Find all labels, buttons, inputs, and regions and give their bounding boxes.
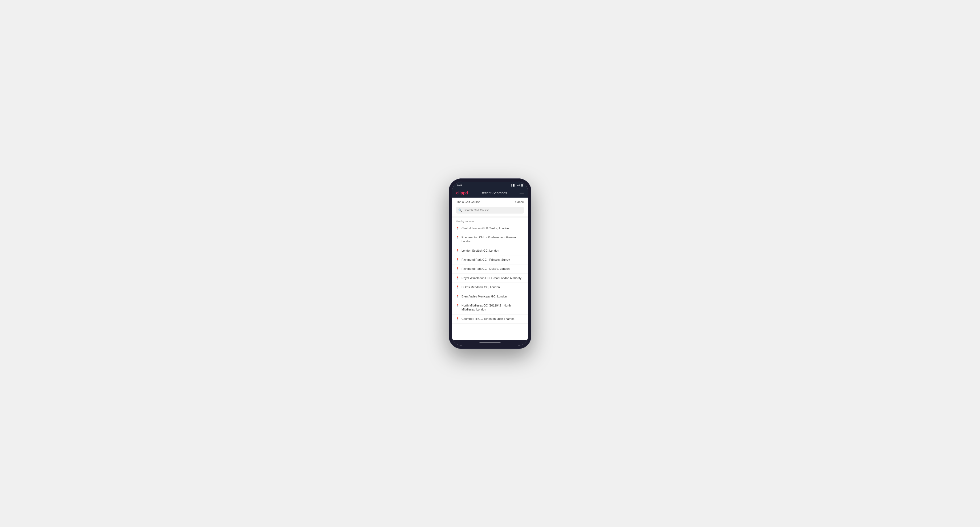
list-item[interactable]: 📍 Coombe Hill GC, Kingston upon Thames [452, 314, 528, 324]
find-label: Find a Golf Course [456, 200, 480, 203]
status-time: 9:41 [457, 184, 462, 187]
list-item[interactable]: 📍 Roehampton Club - Roehampton, Greater … [452, 233, 528, 246]
search-icon: 🔍 [458, 208, 462, 212]
pin-icon: 📍 [456, 304, 459, 307]
pin-icon: 📍 [456, 249, 459, 252]
course-name: Central London Golf Centre, London [461, 226, 509, 230]
course-name: Richmond Park GC - Duke's, London [461, 267, 510, 271]
nearby-label: Nearby courses [452, 218, 528, 224]
list-item[interactable]: 📍 Richmond Park GC - Prince's, Surrey [452, 256, 528, 264]
navbar-title: Recent Searches [480, 191, 507, 195]
battery-icon: ▓ [521, 184, 523, 186]
course-name: Richmond Park GC - Prince's, Surrey [461, 258, 510, 262]
search-bar[interactable]: 🔍 [456, 207, 524, 214]
app-logo: clippd [456, 190, 468, 195]
menu-button[interactable] [520, 192, 524, 194]
status-icons: ▌▌▌ wifi ▓ [512, 184, 523, 186]
pin-icon: 📍 [456, 227, 459, 230]
list-item[interactable]: 📍 Brent Valley Municipal GC, London [452, 292, 528, 301]
list-item[interactable]: 📍 Royal Wimbledon GC, Great London Autho… [452, 274, 528, 283]
pin-icon: 📍 [456, 317, 459, 321]
home-indicator [452, 340, 528, 346]
list-item[interactable]: 📍 Dukes Meadows GC, London [452, 283, 528, 292]
content-area: Find a Golf Course Cancel 🔍 Nearby cours… [452, 198, 528, 340]
home-bar [479, 343, 501, 343]
course-name: Royal Wimbledon GC, Great London Authori… [461, 276, 522, 280]
course-name: London Scottish GC, London [461, 249, 499, 253]
course-name: Brent Valley Municipal GC, London [461, 295, 507, 298]
phone-screen: 9:41 ▌▌▌ wifi ▓ clippd Recent Searches F… [452, 182, 528, 346]
pin-icon: 📍 [456, 236, 459, 239]
pin-icon: 📍 [456, 295, 459, 298]
course-name: North Middlesex GC (1011942 - North Midd… [461, 303, 524, 312]
course-name: Roehampton Club - Roehampton, Greater Lo… [461, 235, 524, 244]
pin-icon: 📍 [456, 276, 459, 280]
signal-icon: ▌▌▌ [512, 184, 516, 186]
list-item[interactable]: 📍 Richmond Park GC - Duke's, London [452, 264, 528, 273]
status-bar: 9:41 ▌▌▌ wifi ▓ [452, 182, 528, 189]
list-item[interactable]: 📍 Central London Golf Centre, London [452, 224, 528, 233]
wifi-icon: wifi [517, 184, 520, 186]
list-item[interactable]: 📍 London Scottish GC, London [452, 246, 528, 256]
phone-frame: 9:41 ▌▌▌ wifi ▓ clippd Recent Searches F… [449, 178, 531, 349]
search-bar-wrap: 🔍 [452, 205, 528, 216]
navbar: clippd Recent Searches [452, 189, 528, 198]
pin-icon: 📍 [456, 286, 459, 289]
cancel-button[interactable]: Cancel [515, 200, 524, 203]
course-name: Coombe Hill GC, Kingston upon Thames [461, 317, 514, 321]
pin-icon: 📍 [456, 258, 459, 262]
course-name: Dukes Meadows GC, London [461, 285, 500, 289]
find-header: Find a Golf Course Cancel [452, 198, 528, 205]
list-item[interactable]: 📍 North Middlesex GC (1011942 - North Mi… [452, 301, 528, 314]
search-input[interactable] [464, 208, 522, 212]
pin-icon: 📍 [456, 267, 459, 271]
nearby-section: Nearby courses 📍 Central London Golf Cen… [452, 218, 528, 340]
